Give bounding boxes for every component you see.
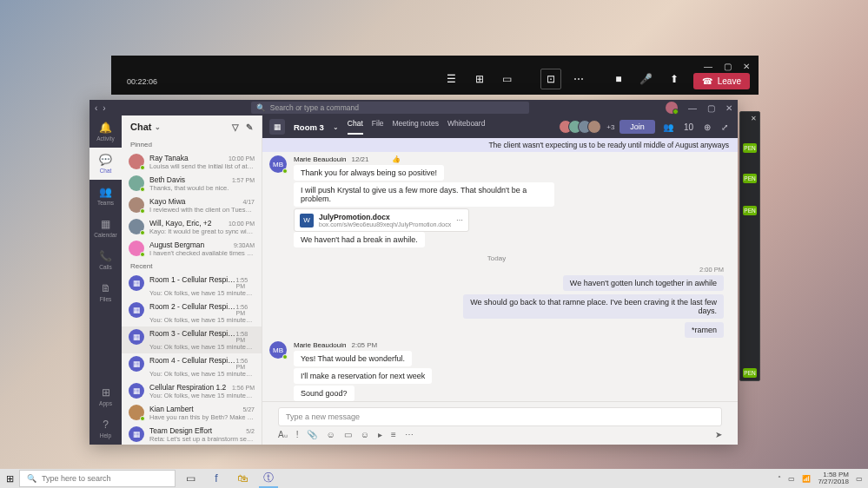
chat-item[interactable]: ▦Cellular Respiration 1.21:56 PMYou: Ok …	[122, 380, 262, 402]
chevron-down-icon[interactable]: ⌄	[333, 123, 339, 131]
rail-calendar[interactable]: ▦Calendar	[89, 212, 122, 244]
msg-time: 2:00 PM	[269, 266, 724, 274]
add-tab-icon[interactable]: ⊕	[701, 122, 713, 132]
maximize-icon[interactable]: ▢	[719, 59, 736, 73]
avatar[interactable]: MB	[269, 155, 287, 173]
call-badge[interactable]: ✕ PEN PEN PEN PEN	[739, 111, 760, 381]
minimize-icon[interactable]: —	[699, 59, 717, 73]
message[interactable]: *ramen	[685, 322, 724, 338]
rail-help[interactable]: ?Help	[89, 412, 122, 445]
message[interactable]: Yes! That would be wonderful.	[294, 351, 412, 366]
avatar	[129, 241, 144, 256]
facebook-icon[interactable]: f	[207, 469, 226, 488]
chat-item[interactable]: Will, Kayo, Eric, +210:00 PMKayo: It wou…	[122, 216, 262, 238]
tab-chat[interactable]: Chat	[348, 119, 363, 135]
tab-whiteboard[interactable]: Whiteboard	[447, 119, 485, 135]
message[interactable]: Sound good?	[294, 386, 354, 401]
camera-icon[interactable]: ■	[608, 69, 629, 89]
chat-bubble-icon[interactable]: ▭	[497, 69, 518, 89]
task-view-icon[interactable]: ▭	[181, 469, 200, 488]
chat-item[interactable]: ▦Room 4 - Cellular Respiration ...1:56 P…	[122, 353, 262, 380]
more-count[interactable]: +3	[606, 123, 614, 131]
open-pill[interactable]: PEN	[743, 206, 757, 215]
close-icon[interactable]: ✕	[738, 59, 755, 73]
avatar[interactable]: MB	[269, 341, 287, 359]
chevron-up-icon[interactable]: ˄	[778, 475, 781, 483]
open-pill[interactable]: PEN	[743, 143, 757, 153]
popout-icon[interactable]: ⤢	[719, 122, 731, 132]
chat-item[interactable]: Beth Davis1:57 PMThanks, that would be n…	[122, 173, 262, 195]
filter-icon[interactable]: ▽	[232, 122, 239, 132]
back-icon[interactable]: ‹	[95, 103, 97, 113]
clock[interactable]: 1:58 PM 7/27/2018	[818, 472, 849, 485]
tab-meeting-notes[interactable]: Meeting notes	[393, 119, 439, 135]
chevron-down-icon[interactable]: ⌄	[155, 123, 161, 131]
attach-icon[interactable]: 📎	[307, 430, 317, 439]
search-input[interactable]: 🔍Type here to search	[19, 470, 176, 487]
close-icon[interactable]: ✕	[743, 115, 757, 122]
list-icon[interactable]: ☰	[441, 69, 462, 89]
thumbs-up-icon[interactable]: 👍	[392, 155, 401, 163]
divider	[596, 69, 601, 89]
message[interactable]: Thank you for always being so positive!	[294, 165, 444, 181]
participants-icon[interactable]: ⊞	[469, 69, 490, 89]
share-icon[interactable]: ⬆	[664, 69, 685, 89]
notifications-icon[interactable]: ▭	[856, 475, 863, 483]
meet-icon[interactable]: ▸	[378, 430, 382, 439]
rail-apps[interactable]: ⊞Apps	[89, 380, 122, 412]
more-icon[interactable]: ⋯	[568, 69, 589, 89]
emoji-icon[interactable]: ☺	[326, 430, 335, 439]
teams-icon[interactable]: ⓣ	[259, 469, 278, 488]
stream-icon[interactable]: ≡	[391, 430, 396, 439]
rail-teams[interactable]: 👥Teams	[89, 180, 122, 212]
message[interactable]: We haven't had a break in awhile.	[294, 232, 425, 247]
breakout-rooms-icon[interactable]: ⊡	[540, 69, 561, 89]
chat-item[interactable]: Kayo Miwa4/17I reviewed with the client …	[122, 195, 262, 216]
chat-item[interactable]: ▦Team Design Effort5/2Reta: Let's set up…	[122, 424, 262, 445]
message-input[interactable]: Type a new message	[278, 407, 722, 426]
rail-files[interactable]: 🗎Files	[89, 276, 122, 308]
avatar[interactable]	[666, 102, 678, 114]
join-button[interactable]: Join	[620, 120, 655, 134]
message[interactable]: I will push Krystal to give us a few mor…	[294, 182, 554, 207]
rail-chat[interactable]: 💬Chat	[89, 148, 122, 180]
chat-item[interactable]: August Bergman9:30AMI haven't checked av…	[122, 238, 262, 260]
message[interactable]: We haven't gotten lunch together in awhi…	[563, 275, 724, 291]
participants-icon[interactable]: 👥	[660, 122, 676, 132]
important-icon[interactable]: !	[296, 430, 299, 439]
wifi-icon[interactable]: 📶	[802, 475, 811, 483]
store-icon[interactable]: 🛍	[233, 469, 252, 488]
message[interactable]: We should go back to that ramne place. I…	[463, 294, 724, 319]
more-icon[interactable]: ⋯	[456, 216, 463, 224]
rail-calls[interactable]: 📞Calls	[89, 244, 122, 276]
avatar-stack[interactable]	[563, 120, 601, 134]
open-pill[interactable]: PEN	[743, 174, 757, 183]
new-chat-icon[interactable]: ✎	[246, 122, 253, 132]
maximize-icon[interactable]: ▢	[707, 103, 715, 113]
battery-icon[interactable]: ▭	[788, 475, 795, 483]
mic-icon[interactable]: 🎤	[636, 69, 657, 89]
close-icon[interactable]: ✕	[726, 103, 732, 113]
chat-item[interactable]: ▦Room 2 - Cellular Respiration ...1:56 P…	[122, 300, 262, 326]
open-pill[interactable]: PEN	[743, 368, 757, 378]
chat-item[interactable]: Kian Lambert5/27Have you ran this by Bet…	[122, 402, 262, 424]
phone-icon: 📞	[99, 250, 112, 262]
minimize-icon[interactable]: —	[688, 103, 697, 113]
sticker-icon[interactable]: ☺	[361, 430, 369, 439]
leave-button[interactable]: ☎ Leave	[693, 73, 750, 89]
rail-activity[interactable]: 🔔Activity	[89, 115, 122, 148]
chat-item[interactable]: ▦Room 1 - Cellular Respiration ...1:55 P…	[122, 273, 262, 300]
tab-file[interactable]: File	[372, 119, 384, 135]
chat-item[interactable]: Ray Tanaka10:00 PMLouisa will send the i…	[122, 151, 262, 173]
chat-name: Kian Lambert	[149, 405, 194, 413]
file-attachment[interactable]: W JulyPromotion.docxbox.com/s/w9eo6euu89…	[294, 208, 469, 232]
forward-icon[interactable]: ›	[103, 103, 105, 113]
message[interactable]: I'll make a reservation for next week	[294, 368, 432, 384]
more-icon[interactable]: ⋯	[405, 430, 414, 439]
start-button[interactable]: ⊞	[0, 469, 19, 488]
chat-item[interactable]: ▦Room 3 - Cellular Respiration ...1:58 P…	[122, 326, 262, 353]
format-icon[interactable]: Aᵤ	[278, 430, 288, 439]
gif-icon[interactable]: ▭	[344, 430, 352, 439]
search-input[interactable]: 🔍 Search or type a command	[251, 102, 529, 114]
send-icon[interactable]: ➤	[715, 430, 722, 439]
